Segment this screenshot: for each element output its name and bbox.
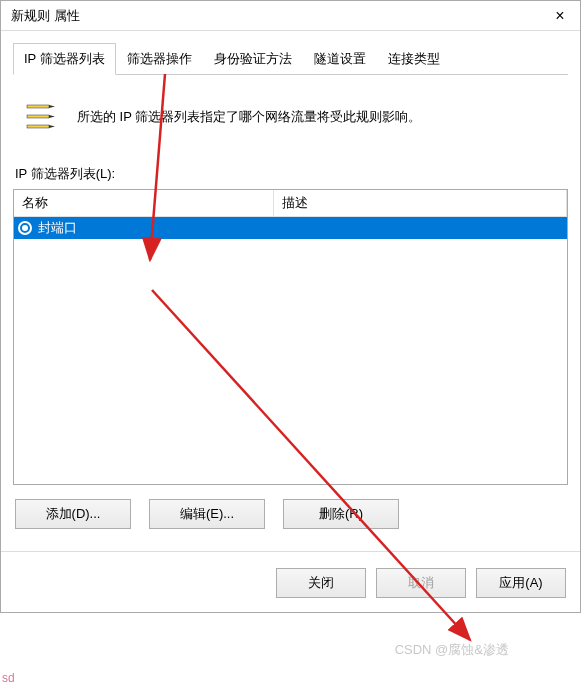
row-name: 封端口 <box>36 219 272 237</box>
info-text: 所选的 IP 筛选器列表指定了哪个网络流量将受此规则影响。 <box>77 108 421 126</box>
apply-button[interactable]: 应用(A) <box>476 568 566 598</box>
svg-rect-1 <box>27 115 49 118</box>
watermark: CSDN @腐蚀&渗透 <box>395 641 509 659</box>
sd-text: sd <box>2 671 15 685</box>
list-label: IP 筛选器列表(L): <box>15 165 568 183</box>
edit-button[interactable]: 编辑(E)... <box>149 499 265 529</box>
svg-rect-2 <box>27 125 49 128</box>
close-button[interactable]: × <box>540 1 580 31</box>
header-name[interactable]: 名称 <box>14 190 274 216</box>
add-button[interactable]: 添加(D)... <box>15 499 131 529</box>
titlebar: 新规则 属性 × <box>1 1 580 31</box>
close-icon: × <box>555 7 564 25</box>
tab-auth-method[interactable]: 身份验证方法 <box>203 43 303 74</box>
tabs: IP 筛选器列表 筛选器操作 身份验证方法 隧道设置 连接类型 <box>13 43 568 75</box>
tab-connection-type[interactable]: 连接类型 <box>377 43 451 74</box>
close-dialog-button[interactable]: 关闭 <box>276 568 366 598</box>
window-title: 新规则 属性 <box>11 7 80 25</box>
cancel-button[interactable]: 取消 <box>376 568 466 598</box>
tab-ip-filter-list[interactable]: IP 筛选器列表 <box>13 43 116 75</box>
filter-list-box[interactable]: 名称 描述 封端口 <box>13 189 568 485</box>
tab-filter-action[interactable]: 筛选器操作 <box>116 43 203 74</box>
list-header: 名称 描述 <box>14 190 567 217</box>
tab-tunnel-settings[interactable]: 隧道设置 <box>303 43 377 74</box>
radio-selected-icon <box>18 221 32 235</box>
list-item[interactable]: 封端口 <box>14 217 567 239</box>
svg-rect-0 <box>27 105 49 108</box>
filter-list-icon <box>23 99 59 135</box>
header-desc[interactable]: 描述 <box>274 190 567 216</box>
remove-button[interactable]: 删除(R) <box>283 499 399 529</box>
